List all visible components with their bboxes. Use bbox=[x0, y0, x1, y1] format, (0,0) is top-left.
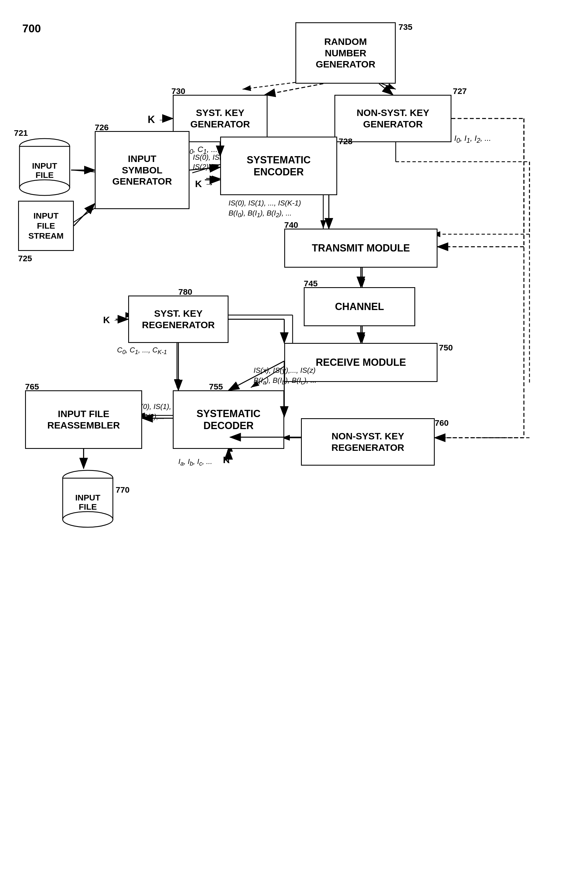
svg-line-42 bbox=[379, 84, 393, 95]
is-k1-label: IS(0), IS(1), ..., IS(K-1)B(I0), B(I1), … bbox=[228, 198, 301, 220]
svg-line-51 bbox=[74, 204, 95, 226]
input-symbol-gen-box: INPUTSYMBOLGENERATOR bbox=[95, 131, 189, 209]
channel-box: CHANNEL bbox=[304, 287, 415, 326]
non-syst-key-regen-box: NON-SYST. KEYREGENERATOR bbox=[301, 418, 435, 466]
k-regen-label: K → bbox=[103, 314, 122, 325]
svg-point-37 bbox=[63, 512, 113, 527]
diagram: 700 RANDOMNUMBERGENERATOR 735 SYST. KEYG… bbox=[0, 0, 588, 888]
non-syst-key-gen-box: NON-SYST. KEYGENERATOR bbox=[334, 95, 452, 142]
c0-regen-label: C0, C1, ..., CK-1 bbox=[117, 346, 167, 356]
tm-id: 740 bbox=[284, 220, 298, 230]
k-label-syst: K → bbox=[148, 114, 168, 125]
svg-text:INPUT: INPUT bbox=[32, 161, 57, 170]
input-file-stream-box: INPUTFILESTREAM bbox=[18, 201, 74, 251]
input-file-cylinder-top: INPUT FILE bbox=[18, 137, 71, 198]
nskr-id: 760 bbox=[435, 418, 448, 428]
random-number-gen-box: RANDOMNUMBERGENERATOR bbox=[296, 22, 396, 84]
ia-ib-label: Ia, Ib, Ic, ... bbox=[178, 457, 212, 467]
ch-id: 745 bbox=[304, 279, 318, 288]
input-file-top-id: 721 bbox=[14, 128, 28, 138]
svg-text:FILE: FILE bbox=[36, 170, 54, 180]
svg-text:FILE: FILE bbox=[79, 502, 97, 511]
is-xyz-label: IS(x), IS(y),..., IS(z)B(Ia), B(Ib), B(I… bbox=[254, 365, 316, 387]
syst-key-regen-box: SYST. KEYREGENERATOR bbox=[128, 296, 228, 343]
systematic-decoder-box: SYSTEMATICDECODER bbox=[173, 390, 284, 449]
input-file-bottom-id: 770 bbox=[116, 485, 130, 494]
k-enc-label: K → bbox=[195, 179, 214, 189]
svg-text:INPUT: INPUT bbox=[75, 493, 100, 502]
rng-id: 735 bbox=[399, 22, 412, 32]
i0-i1-label: I0, I1, I2, ... bbox=[454, 134, 491, 144]
sd-id: 755 bbox=[209, 382, 223, 391]
input-file-cylinder-bottom: INPUT FILE bbox=[61, 469, 114, 530]
k-dec-label: K bbox=[223, 454, 230, 465]
svg-line-41 bbox=[265, 84, 323, 95]
ifr-id: 765 bbox=[25, 382, 39, 391]
svg-point-32 bbox=[20, 180, 70, 195]
skr-id: 780 bbox=[178, 287, 192, 297]
skg-id: 730 bbox=[171, 86, 185, 96]
rm-id: 750 bbox=[439, 343, 453, 352]
systematic-encoder-box: SYSTEMATICENCODER bbox=[220, 137, 337, 195]
diagram-id-label: 700 bbox=[22, 22, 41, 35]
input-file-reassembler-box: INPUT FILEREASSEMBLER bbox=[25, 390, 142, 449]
transmit-module-box: TRANSMIT MODULE bbox=[284, 228, 438, 267]
isg-id: 726 bbox=[95, 123, 109, 132]
nskg-id: 727 bbox=[453, 86, 467, 96]
ifs-id: 725 bbox=[18, 254, 32, 263]
se-id: 728 bbox=[339, 137, 352, 146]
